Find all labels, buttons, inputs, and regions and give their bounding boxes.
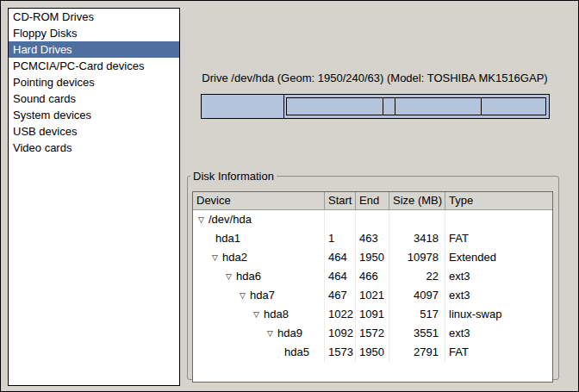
type-cell: Extended bbox=[445, 248, 552, 267]
end-cell: 1091 bbox=[356, 305, 389, 324]
disk-table: DeviceStartEndSize (MB)Type ▽/dev/hdahda… bbox=[192, 191, 553, 383]
device-name: hda5 bbox=[284, 345, 309, 358]
device-cell: hda5 bbox=[193, 343, 325, 362]
column-header[interactable]: Type bbox=[445, 192, 552, 210]
expander-open-icon[interactable]: ▽ bbox=[212, 248, 222, 267]
start-cell: 1092 bbox=[325, 324, 356, 343]
drive-title: Drive /dev/hda (Geom: 1950/240/63) (Mode… bbox=[187, 72, 563, 84]
sidebar-item[interactable]: USB devices bbox=[9, 123, 179, 140]
sidebar-item[interactable]: Floppy Disks bbox=[9, 25, 179, 41]
sidebar-item[interactable]: Sound cards bbox=[9, 90, 179, 107]
disk-table-row[interactable]: ▽hda2464195010978Extended bbox=[193, 248, 552, 267]
size-cell bbox=[389, 210, 445, 229]
type-cell: ext3 bbox=[445, 324, 552, 343]
size-cell: 4097 bbox=[389, 286, 445, 305]
sidebar-item[interactable]: CD-ROM Drives bbox=[9, 9, 179, 25]
device-name: hda2 bbox=[222, 251, 247, 264]
partition-segment-hda5 bbox=[482, 95, 549, 118]
device-name: hda7 bbox=[250, 289, 275, 302]
device-name: /dev/hda bbox=[209, 213, 252, 226]
device-category-list: CD-ROM DrivesFloppy DisksHard DrivesPCMC… bbox=[8, 8, 180, 386]
partition-segment-hda9 bbox=[395, 95, 481, 118]
disk-table-header: DeviceStartEndSize (MB)Type bbox=[193, 192, 552, 210]
device-name: hda8 bbox=[264, 308, 289, 320]
partition-segment-hda8 bbox=[383, 95, 395, 118]
size-cell: 3551 bbox=[389, 324, 445, 343]
size-cell: 10978 bbox=[389, 248, 445, 267]
device-cell: ▽/dev/hda bbox=[193, 210, 325, 229]
expander-open-icon[interactable]: ▽ bbox=[267, 324, 277, 343]
disk-table-row[interactable]: ▽hda646446622ext3 bbox=[193, 267, 552, 286]
end-cell: 1572 bbox=[356, 324, 389, 343]
type-cell: ext3 bbox=[445, 267, 552, 286]
disk-table-row[interactable]: ▽hda9109215723551ext3 bbox=[193, 324, 552, 343]
column-header[interactable]: Device bbox=[193, 192, 325, 210]
expander-open-icon[interactable]: ▽ bbox=[198, 210, 209, 229]
size-cell: 517 bbox=[389, 305, 445, 324]
disk-table-row[interactable]: hda5157319502791FAT bbox=[193, 343, 552, 362]
sidebar-item[interactable]: Hard Drives bbox=[9, 41, 179, 58]
column-header[interactable]: End bbox=[356, 192, 389, 210]
device-cell: ▽hda6 bbox=[193, 267, 325, 286]
disk-information-frame: Disk Information DeviceStartEndSize (MB)… bbox=[187, 170, 559, 380]
device-cell: ▽hda9 bbox=[193, 324, 325, 343]
end-cell: 463 bbox=[356, 229, 389, 248]
type-cell: FAT bbox=[445, 229, 552, 248]
partition-bar bbox=[201, 94, 550, 119]
size-cell: 3418 bbox=[389, 229, 445, 248]
type-cell: ext3 bbox=[445, 286, 552, 305]
device-cell: ▽hda8 bbox=[193, 305, 325, 324]
start-cell: 1 bbox=[325, 229, 356, 248]
end-cell: 1021 bbox=[356, 286, 389, 305]
type-cell: linux-swap bbox=[445, 305, 552, 324]
device-cell: hda1 bbox=[193, 229, 325, 248]
sidebar-item[interactable]: PCMCIA/PC-Card devices bbox=[9, 58, 179, 74]
disk-table-body: ▽/dev/hdahda114633418FAT▽hda246419501097… bbox=[193, 210, 552, 362]
sidebar-item[interactable]: System devices bbox=[9, 107, 179, 123]
expander-open-icon[interactable]: ▽ bbox=[226, 267, 236, 286]
end-cell bbox=[356, 210, 389, 229]
size-cell: 22 bbox=[389, 267, 445, 286]
end-cell: 1950 bbox=[356, 343, 389, 362]
start-cell: 464 bbox=[325, 248, 356, 267]
start-cell: 1573 bbox=[325, 343, 356, 362]
device-name: hda1 bbox=[215, 232, 240, 245]
sidebar-item[interactable]: Video cards bbox=[9, 140, 179, 156]
device-cell: ▽hda2 bbox=[193, 248, 325, 267]
end-cell: 1950 bbox=[356, 248, 389, 267]
size-cell: 2791 bbox=[389, 343, 445, 362]
disk-table-row[interactable]: ▽hda746710214097ext3 bbox=[193, 286, 552, 305]
partition-segment-hda1 bbox=[202, 95, 284, 118]
disk-table-row[interactable]: ▽/dev/hda bbox=[193, 210, 552, 229]
start-cell: 467 bbox=[325, 286, 356, 305]
disk-table-row[interactable]: hda114633418FAT bbox=[193, 229, 552, 248]
expander-open-icon[interactable]: ▽ bbox=[253, 305, 264, 324]
start-cell: 464 bbox=[325, 267, 356, 286]
disk-information-label: Disk Information bbox=[190, 170, 277, 183]
start-cell: 1022 bbox=[325, 305, 356, 324]
disk-table-row[interactable]: ▽hda810221091517linux-swap bbox=[193, 305, 552, 324]
column-header[interactable]: Size (MB) bbox=[389, 192, 445, 210]
type-cell: FAT bbox=[445, 343, 552, 362]
start-cell bbox=[325, 210, 356, 229]
expander-open-icon[interactable]: ▽ bbox=[240, 286, 250, 305]
sidebar-item[interactable]: Pointing devices bbox=[9, 74, 179, 90]
device-name: hda6 bbox=[236, 270, 261, 283]
partition-segment-hda7 bbox=[284, 95, 383, 118]
column-header[interactable]: Start bbox=[325, 192, 356, 210]
device-cell: ▽hda7 bbox=[193, 286, 325, 305]
hardware-browser-window: CD-ROM DrivesFloppy DisksHard DrivesPCMC… bbox=[0, 0, 579, 392]
device-name: hda9 bbox=[277, 327, 302, 339]
type-cell bbox=[445, 210, 552, 229]
end-cell: 466 bbox=[356, 267, 389, 286]
